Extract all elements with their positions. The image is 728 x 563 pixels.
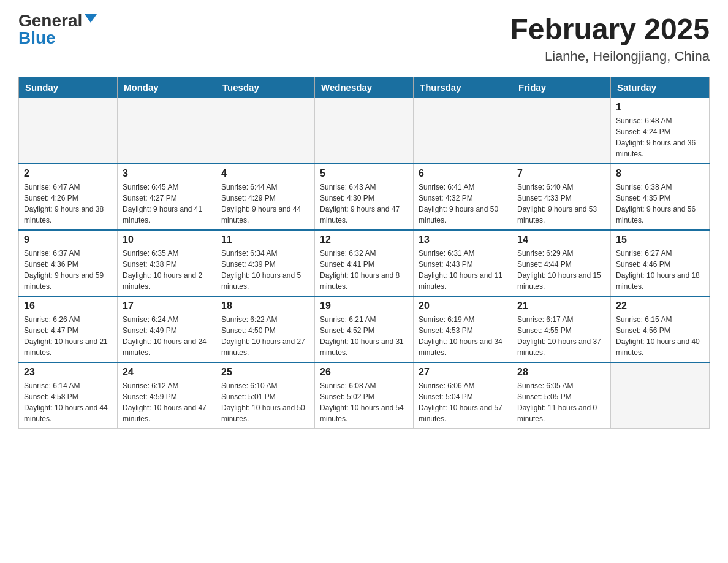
day-info: Sunrise: 6:14 AMSunset: 4:58 PMDaylight:… xyxy=(24,380,112,424)
day-info: Sunrise: 6:43 AMSunset: 4:30 PMDaylight:… xyxy=(320,182,408,226)
day-number: 26 xyxy=(320,367,408,378)
calendar-day-cell xyxy=(19,98,118,164)
calendar-week-row: 16Sunrise: 6:26 AMSunset: 4:47 PMDayligh… xyxy=(19,296,710,362)
day-of-week-header: Friday xyxy=(512,77,611,98)
day-number: 24 xyxy=(123,367,211,378)
day-number: 10 xyxy=(123,234,211,245)
day-number: 2 xyxy=(24,168,112,179)
day-info: Sunrise: 6:47 AMSunset: 4:26 PMDaylight:… xyxy=(24,182,112,226)
calendar-day-cell xyxy=(216,98,315,164)
calendar-day-cell xyxy=(118,98,216,164)
day-info: Sunrise: 6:26 AMSunset: 4:47 PMDaylight:… xyxy=(24,314,112,358)
day-of-week-header: Saturday xyxy=(611,77,710,98)
calendar-subtitle: Lianhe, Heilongjiang, China xyxy=(510,48,710,64)
calendar-day-cell: 21Sunrise: 6:17 AMSunset: 4:55 PMDayligh… xyxy=(512,296,611,362)
calendar-day-cell: 19Sunrise: 6:21 AMSunset: 4:52 PMDayligh… xyxy=(315,296,414,362)
calendar-day-cell: 14Sunrise: 6:29 AMSunset: 4:44 PMDayligh… xyxy=(512,230,611,296)
day-info: Sunrise: 6:22 AMSunset: 4:50 PMDaylight:… xyxy=(221,314,309,358)
day-number: 20 xyxy=(419,301,507,312)
day-info: Sunrise: 6:48 AMSunset: 4:24 PMDaylight:… xyxy=(616,115,704,159)
day-number: 22 xyxy=(616,301,704,312)
day-number: 18 xyxy=(221,301,309,312)
day-info: Sunrise: 6:17 AMSunset: 4:55 PMDaylight:… xyxy=(517,314,605,358)
calendar-day-cell xyxy=(315,98,414,164)
day-info: Sunrise: 6:34 AMSunset: 4:39 PMDaylight:… xyxy=(221,248,309,292)
calendar-title: February 2025 xyxy=(510,12,710,46)
day-number: 8 xyxy=(616,168,704,179)
day-number: 17 xyxy=(123,301,211,312)
calendar-day-cell: 5Sunrise: 6:43 AMSunset: 4:30 PMDaylight… xyxy=(315,164,414,230)
day-info: Sunrise: 6:29 AMSunset: 4:44 PMDaylight:… xyxy=(517,248,605,292)
calendar-day-cell: 4Sunrise: 6:44 AMSunset: 4:29 PMDaylight… xyxy=(216,164,315,230)
day-info: Sunrise: 6:15 AMSunset: 4:56 PMDaylight:… xyxy=(616,314,704,358)
day-of-week-header: Tuesday xyxy=(216,77,315,98)
day-number: 1 xyxy=(616,102,704,113)
day-number: 6 xyxy=(419,168,507,179)
calendar-day-cell: 13Sunrise: 6:31 AMSunset: 4:43 PMDayligh… xyxy=(414,230,512,296)
calendar-day-cell: 12Sunrise: 6:32 AMSunset: 4:41 PMDayligh… xyxy=(315,230,414,296)
logo-general-text: General xyxy=(18,12,82,29)
calendar-day-cell: 16Sunrise: 6:26 AMSunset: 4:47 PMDayligh… xyxy=(19,296,118,362)
page-header: General Blue February 2025 Lianhe, Heilo… xyxy=(18,12,710,64)
calendar-day-cell: 7Sunrise: 6:40 AMSunset: 4:33 PMDaylight… xyxy=(512,164,611,230)
calendar-day-cell: 9Sunrise: 6:37 AMSunset: 4:36 PMDaylight… xyxy=(19,230,118,296)
calendar-day-cell: 10Sunrise: 6:35 AMSunset: 4:38 PMDayligh… xyxy=(118,230,216,296)
calendar-day-cell: 8Sunrise: 6:38 AMSunset: 4:35 PMDaylight… xyxy=(611,164,710,230)
day-number: 3 xyxy=(123,168,211,179)
day-number: 15 xyxy=(616,234,704,245)
calendar-table: SundayMondayTuesdayWednesdayThursdayFrid… xyxy=(18,77,710,429)
calendar-day-cell: 27Sunrise: 6:06 AMSunset: 5:04 PMDayligh… xyxy=(414,362,512,429)
calendar-day-cell: 26Sunrise: 6:08 AMSunset: 5:02 PMDayligh… xyxy=(315,362,414,429)
calendar-header-row: SundayMondayTuesdayWednesdayThursdayFrid… xyxy=(19,77,710,98)
calendar-day-cell: 25Sunrise: 6:10 AMSunset: 5:01 PMDayligh… xyxy=(216,362,315,429)
day-info: Sunrise: 6:38 AMSunset: 4:35 PMDaylight:… xyxy=(616,182,704,226)
calendar-day-cell xyxy=(512,98,611,164)
day-of-week-header: Wednesday xyxy=(315,77,414,98)
day-number: 4 xyxy=(221,168,309,179)
logo-blue-text: Blue xyxy=(18,29,56,47)
day-of-week-header: Sunday xyxy=(19,77,118,98)
calendar-week-row: 9Sunrise: 6:37 AMSunset: 4:36 PMDaylight… xyxy=(19,230,710,296)
day-info: Sunrise: 6:40 AMSunset: 4:33 PMDaylight:… xyxy=(517,182,605,226)
day-info: Sunrise: 6:27 AMSunset: 4:46 PMDaylight:… xyxy=(616,248,704,292)
calendar-week-row: 23Sunrise: 6:14 AMSunset: 4:58 PMDayligh… xyxy=(19,362,710,429)
calendar-day-cell xyxy=(414,98,512,164)
day-info: Sunrise: 6:32 AMSunset: 4:41 PMDaylight:… xyxy=(320,248,408,292)
day-number: 12 xyxy=(320,234,408,245)
day-info: Sunrise: 6:21 AMSunset: 4:52 PMDaylight:… xyxy=(320,314,408,358)
calendar-day-cell: 23Sunrise: 6:14 AMSunset: 4:58 PMDayligh… xyxy=(19,362,118,429)
logo: General Blue xyxy=(18,12,97,47)
calendar-day-cell: 24Sunrise: 6:12 AMSunset: 4:59 PMDayligh… xyxy=(118,362,216,429)
day-number: 11 xyxy=(221,234,309,245)
day-info: Sunrise: 6:10 AMSunset: 5:01 PMDaylight:… xyxy=(221,380,309,424)
calendar-day-cell: 2Sunrise: 6:47 AMSunset: 4:26 PMDaylight… xyxy=(19,164,118,230)
day-number: 25 xyxy=(221,367,309,378)
day-info: Sunrise: 6:37 AMSunset: 4:36 PMDaylight:… xyxy=(24,248,112,292)
day-info: Sunrise: 6:31 AMSunset: 4:43 PMDaylight:… xyxy=(419,248,507,292)
calendar-day-cell: 20Sunrise: 6:19 AMSunset: 4:53 PMDayligh… xyxy=(414,296,512,362)
calendar-day-cell: 1Sunrise: 6:48 AMSunset: 4:24 PMDaylight… xyxy=(611,98,710,164)
day-number: 21 xyxy=(517,301,605,312)
day-number: 7 xyxy=(517,168,605,179)
calendar-day-cell: 22Sunrise: 6:15 AMSunset: 4:56 PMDayligh… xyxy=(611,296,710,362)
day-number: 28 xyxy=(517,367,605,378)
calendar-day-cell: 18Sunrise: 6:22 AMSunset: 4:50 PMDayligh… xyxy=(216,296,315,362)
day-number: 9 xyxy=(24,234,112,245)
calendar-week-row: 2Sunrise: 6:47 AMSunset: 4:26 PMDaylight… xyxy=(19,164,710,230)
day-number: 23 xyxy=(24,367,112,378)
day-number: 27 xyxy=(419,367,507,378)
day-number: 16 xyxy=(24,301,112,312)
day-number: 13 xyxy=(419,234,507,245)
day-number: 19 xyxy=(320,301,408,312)
calendar-day-cell: 15Sunrise: 6:27 AMSunset: 4:46 PMDayligh… xyxy=(611,230,710,296)
logo-triangle-icon xyxy=(85,14,97,23)
day-number: 5 xyxy=(320,168,408,179)
day-of-week-header: Thursday xyxy=(414,77,512,98)
day-info: Sunrise: 6:05 AMSunset: 5:05 PMDaylight:… xyxy=(517,380,605,424)
title-section: February 2025 Lianhe, Heilongjiang, Chin… xyxy=(510,12,710,64)
calendar-day-cell: 11Sunrise: 6:34 AMSunset: 4:39 PMDayligh… xyxy=(216,230,315,296)
day-info: Sunrise: 6:45 AMSunset: 4:27 PMDaylight:… xyxy=(123,182,211,226)
day-info: Sunrise: 6:08 AMSunset: 5:02 PMDaylight:… xyxy=(320,380,408,424)
calendar-day-cell: 17Sunrise: 6:24 AMSunset: 4:49 PMDayligh… xyxy=(118,296,216,362)
day-info: Sunrise: 6:24 AMSunset: 4:49 PMDaylight:… xyxy=(123,314,211,358)
